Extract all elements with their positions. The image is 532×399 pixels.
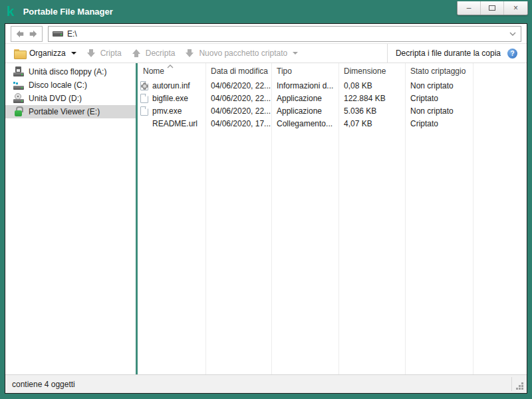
status-bar-separator <box>511 377 512 391</box>
package-down-arrow-icon <box>184 48 195 59</box>
nuovo-pacchetto-criptato-button[interactable]: Nuovo pacchetto criptato <box>180 45 303 61</box>
nuovo-pacchetto-label: Nuovo pacchetto criptato <box>199 49 287 58</box>
file-encryption-status: Non criptato <box>405 81 473 90</box>
sidebar-item[interactable]: Unità disco floppy (A:) <box>5 65 136 78</box>
column-gridline <box>473 63 473 374</box>
organizza-label: Organizza <box>29 49 66 58</box>
folder-icon <box>14 49 25 58</box>
file-encryption-status: Criptato <box>405 119 473 128</box>
decrypt-up-arrow-icon <box>131 48 142 59</box>
status-text: contiene 4 oggetti <box>12 380 75 389</box>
column-header-row: Nome Data di modifica Tipo Dimensione St… <box>138 63 527 79</box>
column-header[interactable]: Stato criptaggio <box>405 66 473 76</box>
cripta-button[interactable]: Cripta <box>81 45 126 61</box>
drive-icon <box>53 30 63 38</box>
column-gridline <box>271 63 272 374</box>
column-header[interactable]: Tipo <box>271 66 338 76</box>
address-bar[interactable]: E:\ <box>48 26 521 42</box>
cripta-label: Cripta <box>100 49 122 58</box>
help-icon[interactable]: ? <box>507 49 517 59</box>
file-modified: 04/06/2020, 22... <box>205 94 271 103</box>
floppy-drive-icon <box>13 66 24 77</box>
minimize-icon: – <box>467 4 471 12</box>
address-dropdown-chevron-icon[interactable] <box>509 31 517 37</box>
file-list: Nome Data di modifica Tipo Dimensione St… <box>138 63 527 374</box>
column-header[interactable]: Data di modifica <box>205 66 271 76</box>
file-name: README.url <box>152 119 198 128</box>
file-size: 5.036 KB <box>338 106 405 116</box>
dvd-drive-icon <box>13 93 24 104</box>
toolbar: Organizza Cripta Decripta Nuovo pacchett… <box>5 44 527 63</box>
status-bar: contiene 4 oggetti <box>5 374 527 393</box>
back-button[interactable] <box>15 29 25 39</box>
nuovo-pacchetto-dropdown-chevron-icon <box>293 52 298 55</box>
main-area: Unità disco floppy (A:) Disco locale (C:… <box>5 63 527 374</box>
history-buttons <box>11 26 43 42</box>
table-row[interactable]: bigfile.exe 04/06/2020, 22... Applicazio… <box>138 92 527 104</box>
sidebar-item-label: Unità disco floppy (A:) <box>29 67 106 76</box>
hard-disk-icon <box>13 80 24 90</box>
file-type: Applicazione <box>271 106 338 116</box>
maximize-button[interactable] <box>481 1 504 15</box>
column-gridline <box>338 63 339 374</box>
file-modified: 04/06/2020, 17... <box>205 119 271 128</box>
toolbar-right: Decripta i file durante la copia ? <box>387 44 523 63</box>
sidebar-item-label: Disco locale (C:) <box>29 80 87 90</box>
address-path: E:\ <box>67 29 77 39</box>
maximize-icon <box>489 5 495 11</box>
file-type: Applicazione <box>271 94 338 103</box>
table-row[interactable]: autorun.inf 04/06/2020, 22... Informazio… <box>138 79 527 92</box>
file-size: 122.884 KB <box>338 94 405 103</box>
lock-drive-icon <box>13 106 24 117</box>
column-gridline <box>205 63 206 374</box>
file-name: autorun.inf <box>152 81 190 90</box>
file-type: Informazioni d... <box>271 81 338 90</box>
blank-file-icon <box>140 94 148 103</box>
navigation-bar: E:\ <box>5 24 527 44</box>
sidebar-item-label: Unità DVD (D:) <box>29 94 82 103</box>
kaspersky-logo-icon: k <box>7 4 15 18</box>
file-size: 4,07 KB <box>338 119 405 128</box>
close-icon: × <box>513 4 518 12</box>
decripta-button[interactable]: Decripta <box>126 45 180 61</box>
drive-sidebar: Unità disco floppy (A:) Disco locale (C:… <box>5 63 136 374</box>
sidebar-item[interactable]: Unità DVD (D:) <box>5 92 136 105</box>
encrypt-down-arrow-icon <box>86 48 96 59</box>
file-modified: 04/06/2020, 22... <box>205 81 271 90</box>
minimize-button[interactable]: – <box>458 1 481 15</box>
table-row[interactable]: pmv.exe 04/06/2020, 22... Applicazione 5… <box>138 104 527 117</box>
window-content: E:\ Organizza Cripta Decripta Nuo <box>5 23 527 394</box>
titlebar: k Portable File Manager <box>5 0 527 23</box>
file-rows: autorun.inf 04/06/2020, 22... Informazio… <box>138 79 527 130</box>
gear-file-icon <box>140 81 148 90</box>
column-header[interactable]: Dimensione <box>338 66 405 76</box>
window-controls: – × <box>457 1 528 15</box>
file-encryption-status: Non criptato <box>405 106 473 116</box>
blank-file-icon <box>140 106 148 116</box>
window-title: Portable File Manager <box>23 7 113 17</box>
file-name: pmv.exe <box>152 106 182 116</box>
decripta-label: Decripta <box>146 49 176 58</box>
file-name: bigfile.exe <box>152 94 188 103</box>
table-row[interactable]: README.url 04/06/2020, 17... Collegament… <box>138 117 527 130</box>
file-modified: 04/06/2020, 22... <box>205 106 271 116</box>
forward-button[interactable] <box>29 29 38 39</box>
close-button[interactable]: × <box>504 1 527 15</box>
file-size: 0,08 KB <box>338 81 405 90</box>
sidebar-item[interactable]: Portable Viewer (E:) <box>5 105 136 118</box>
resize-grip-icon[interactable] <box>521 388 523 390</box>
organizza-button[interactable]: Organizza <box>9 45 81 61</box>
portable-file-manager-window: k Portable File Manager – × E:\ Organi <box>0 0 532 399</box>
file-type: Collegamento... <box>271 119 338 128</box>
sidebar-item[interactable]: Disco locale (C:) <box>5 78 136 92</box>
sort-ascending-icon <box>167 65 174 68</box>
column-gridline <box>405 63 406 374</box>
organizza-dropdown-chevron-icon <box>71 52 76 55</box>
decrypt-on-copy-label: Decripta i file durante la copia <box>388 49 507 58</box>
file-encryption-status: Criptato <box>405 94 473 103</box>
sidebar-item-label: Portable Viewer (E:) <box>29 107 100 116</box>
